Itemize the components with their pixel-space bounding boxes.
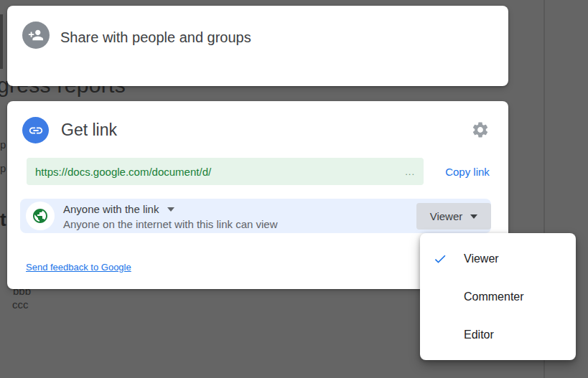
menu-item-editor[interactable]: Editor (420, 316, 576, 354)
role-menu: Viewer Commenter Editor (420, 233, 576, 360)
copy-link-button[interactable]: Copy link (428, 159, 507, 184)
link-icon (22, 117, 49, 143)
background-doc-text: ccc (12, 298, 29, 311)
share-people-card[interactable]: Share with people and groups (7, 6, 508, 86)
check-icon (433, 252, 447, 266)
background-doc-text: p (0, 162, 6, 174)
person-add-icon (22, 22, 50, 49)
share-link-url: https://docs.google.com/document/d/ (35, 166, 405, 178)
menu-item-viewer[interactable]: Viewer (420, 240, 576, 278)
gear-icon (471, 121, 490, 139)
access-scope-label: Anyone with the link (63, 203, 159, 216)
role-dropdown-button[interactable]: Viewer (416, 203, 491, 230)
menu-item-label: Viewer (464, 252, 499, 265)
send-feedback-link[interactable]: Send feedback to Google (26, 262, 131, 273)
share-people-title: Share with people and groups (60, 30, 251, 44)
background-doc-text: t (0, 209, 6, 231)
share-link-field[interactable]: https://docs.google.com/document/d/ ... (27, 158, 424, 185)
access-scope-selector[interactable]: Anyone with the link (63, 203, 278, 216)
link-access-row: Anyone with the link Anyone on the inter… (20, 199, 491, 233)
get-link-title: Get link (61, 121, 117, 139)
menu-item-label: Editor (464, 329, 494, 341)
menu-item-label: Commenter (464, 290, 524, 303)
link-settings-button[interactable] (470, 120, 490, 140)
background-doc-mark (0, 14, 3, 69)
chevron-down-icon (167, 207, 174, 212)
access-scope-description: Anyone on the internet with this link ca… (63, 218, 278, 231)
globe-icon (26, 202, 55, 230)
background-doc-text: p (0, 138, 6, 151)
role-dropdown-label: Viewer (430, 210, 463, 222)
share-overlay: gress reports p p t bbb ccc Share with p… (0, 0, 588, 378)
share-link-ellipsis: ... (405, 166, 415, 177)
chevron-down-icon (470, 214, 477, 219)
menu-item-commenter[interactable]: Commenter (420, 278, 576, 316)
